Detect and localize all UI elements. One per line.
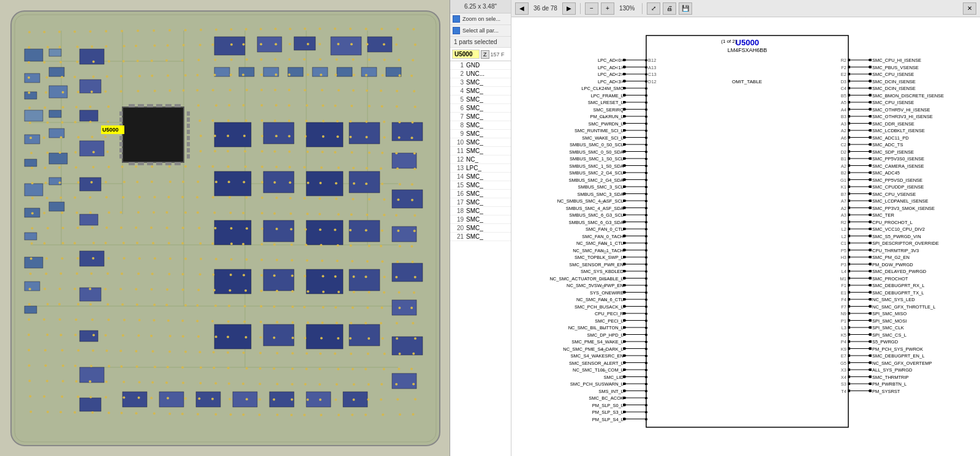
pin-row[interactable]: 7SMC_ [450,113,511,121]
pcb-panel [0,0,450,456]
zoom-on-select-checkbox[interactable] [453,15,460,23]
zoom-on-select-row[interactable]: Zoom on sele... [450,13,511,25]
pin-row[interactable]: 19SMC_ [450,215,511,224]
zoom-on-select-label: Zoom on sele... [462,16,500,22]
pin-row[interactable]: 10SMC_ [450,138,511,147]
zoom-out-button[interactable]: − [585,2,598,15]
component-search-row[interactable]: Z 157 F [450,48,511,61]
schematic-content [511,17,980,456]
pin-row[interactable]: 2UNC... [450,70,511,78]
pin-row[interactable]: 1GND [450,61,511,70]
pin-row[interactable]: 9SMC_ [450,130,511,138]
select-all-parts-checkbox[interactable] [453,27,460,34]
print-button[interactable]: 🖨 [663,2,676,15]
zoom-in-button[interactable]: + [601,2,614,15]
pin-row[interactable]: 21SMC_ [450,233,511,241]
expand-button[interactable]: ⤢ [647,2,660,15]
pin-row[interactable]: 16SMC_ [450,190,511,198]
popup-dimensions: 6.25 x 3.48" [453,2,508,10]
select-all-parts-label: Select all par... [462,28,499,34]
zoom-level: 130% [617,5,638,12]
pin-row[interactable]: 3SMC_ [450,78,511,87]
pin-row[interactable]: 6SMC_ [450,104,511,113]
select-all-parts-row[interactable]: Select all par... [450,25,511,37]
pin-row[interactable]: 12NC_ [450,155,511,164]
pin-row[interactable]: 11SMC_ [450,147,511,155]
parts-selected-display: 1 parts selected [450,37,511,48]
pin-row[interactable]: 4SMC_ [450,87,511,95]
z-button[interactable]: Z [481,50,489,59]
popup-header: 6.25 x 3.48" [450,0,511,13]
component-search-input[interactable] [452,50,480,59]
pin-row[interactable]: 8SMC_ [450,121,511,130]
pin-row[interactable]: 18SMC_ [450,207,511,215]
schematic-panel: ◀ 36 de 78 ▶ − + 130% ⤢ 🖨 💾 ✕ [511,0,980,456]
pin-row[interactable]: 5SMC_ [450,95,511,104]
pin-row[interactable]: 13LPC_ [450,164,511,173]
prev-page-button[interactable]: ◀ [515,2,529,15]
pin-row[interactable]: 15SMC_ [450,181,511,190]
page-info: 36 de 78 [531,5,560,12]
pin-row[interactable]: 17SMC_ [450,198,511,207]
toolbar-separator-1 [580,3,581,14]
close-button[interactable]: ✕ [963,2,976,15]
next-page-button[interactable]: ▶ [562,2,576,15]
schematic-toolbar: ◀ 36 de 78 ▶ − + 130% ⤢ 🖨 💾 ✕ [511,0,980,17]
pin-list[interactable]: 1GND2UNC...3SMC_4SMC_5SMC_6SMC_7SMC_8SMC… [450,61,511,456]
pin-row[interactable]: 14SMC_ [450,173,511,181]
pin-row[interactable]: 20SMC_ [450,224,511,233]
schematic-body[interactable] [511,17,980,456]
component-count: 157 F [491,51,505,58]
middle-panel: 6.25 x 3.48" Zoom on sele... Select all … [450,0,511,456]
toolbar-separator-2 [642,3,643,14]
save-button[interactable]: 💾 [679,2,692,15]
